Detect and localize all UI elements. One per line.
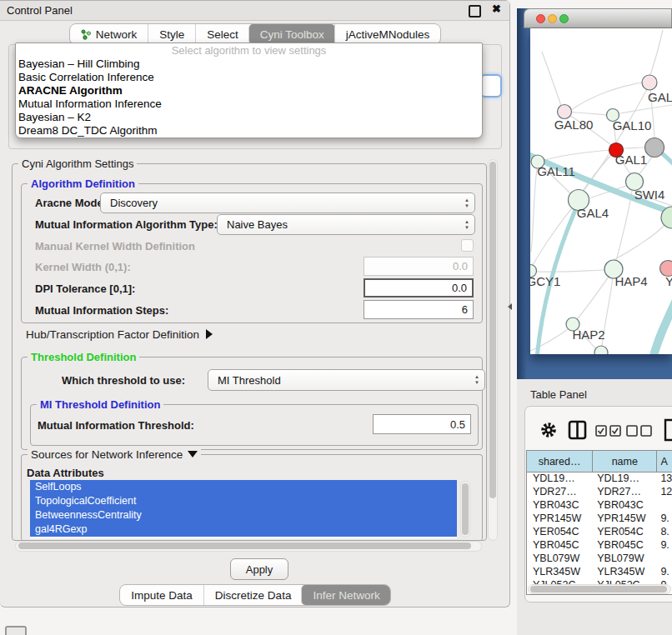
table-row[interactable]: YDL19…YDL19…13: [527, 472, 672, 486]
label-gal10: GAL10: [613, 118, 652, 132]
mac-zoom-button[interactable]: [559, 14, 569, 23]
table-row[interactable]: YBL079WYBL079W: [527, 552, 672, 566]
algorithm-combobox-focused[interactable]: [480, 74, 502, 98]
settings-vertical-scrollbar[interactable]: [488, 159, 498, 541]
which-threshold-combobox[interactable]: MI Threshold ▲▼: [208, 369, 485, 391]
attributes-list-scrollbar[interactable]: [460, 481, 470, 538]
sources-group-title[interactable]: Sources for Network Inference: [28, 448, 201, 461]
table-row[interactable]: YBR045CYBR045C9.: [527, 539, 672, 552]
popup-item-aracne[interactable]: ARACNE Algorithm: [16, 84, 482, 98]
label-gal1: GAL1: [615, 152, 647, 167]
popup-item-mutual-information[interactable]: Mutual Information Inference: [16, 98, 482, 111]
screenshot-stage: Control Panel ✖ Network Style Sel: [0, 0, 672, 635]
cyni-algorithm-settings-group: Cyni Algorithm Settings Algorithm Defini…: [12, 163, 487, 541]
dpi-tolerance-field[interactable]: 0.0: [364, 278, 474, 298]
table-row[interactable]: YER054CYER054C8.: [527, 526, 672, 539]
algorithm-dropdown-popup: Select algorithm to view settings Bayesi…: [15, 42, 483, 138]
table-row[interactable]: YBR043CYBR043C: [527, 499, 672, 512]
new-document-icon[interactable]: [664, 418, 672, 442]
which-threshold-label: Which threshold to use:: [62, 374, 185, 387]
mi-threshold-group: MI Threshold Definition Mutual Informati…: [30, 404, 479, 446]
node-gal2[interactable]: [642, 75, 657, 90]
network-icon: [81, 29, 92, 40]
tab-select[interactable]: Select: [195, 24, 249, 44]
label-gal11: GAL11: [537, 164, 575, 178]
tab-jactivemnodules[interactable]: jActiveMNodules: [334, 24, 441, 44]
column-header-name[interactable]: name: [593, 451, 657, 472]
scrollbar-thumb[interactable]: [530, 586, 667, 592]
popup-item-dream8[interactable]: Dream8 DC_TDC Algorithm: [16, 124, 482, 138]
column-header-cut[interactable]: A: [657, 451, 672, 472]
data-attributes-list: SelfLoops TopologicalCoefficient Between…: [30, 480, 457, 538]
mac-close-button[interactable]: [536, 14, 545, 23]
node-gray[interactable]: [645, 138, 664, 158]
popup-item-bayesian-k2[interactable]: Bayesian – K2: [16, 111, 482, 124]
cyni-settings-group-title: Cyni Algorithm Settings: [18, 158, 137, 170]
kernel-width-field[interactable]: 0.0: [364, 257, 474, 276]
columns-icon[interactable]: [568, 420, 587, 440]
threshold-definition-title: Threshold Definition: [28, 351, 139, 363]
deselect-all-checkboxes-icon[interactable]: [626, 425, 653, 438]
collapse-arrow-icon: [188, 451, 198, 458]
apply-button[interactable]: Apply: [230, 558, 288, 580]
mi-threshold-field[interactable]: 0.5: [373, 414, 471, 434]
data-attributes-label: Data Attributes: [27, 467, 104, 479]
popup-item-basic-correlation[interactable]: Basic Correlation Inference: [16, 71, 482, 84]
tab-cyni-toolbox[interactable]: Cyni Toolbox: [248, 24, 335, 44]
tab-style[interactable]: Style: [148, 24, 195, 44]
close-panel-button[interactable]: ✖: [492, 2, 501, 15]
network-window-titlebar[interactable]: [524, 8, 672, 28]
float-window-button[interactable]: [469, 5, 481, 18]
popup-item-bayesian-hill-climbing[interactable]: Bayesian – Hill Climbing: [16, 58, 482, 71]
combo-spinner-icon: ▲▼: [459, 219, 474, 231]
attribute-item-selfloops[interactable]: SelfLoops: [30, 480, 457, 494]
table-row[interactable]: YLR345WYLR345W9.: [527, 566, 672, 579]
table-row[interactable]: YDR27…YDR27…12: [527, 486, 672, 499]
attribute-item-betweennesscentrality[interactable]: BetweennessCentrality: [30, 508, 457, 522]
node-bottom[interactable]: [594, 346, 608, 354]
scrollbar-thumb[interactable]: [18, 542, 471, 549]
desktop-left-shadow: [517, 8, 527, 379]
control-panel-titlebar[interactable]: Control Panel ✖: [0, 1, 509, 21]
aracne-mode-value: Discovery: [101, 197, 459, 209]
tab-impute-data[interactable]: Impute Data: [120, 585, 203, 605]
hub-definition-toggle[interactable]: Hub/Transcription Factor Definition: [26, 328, 213, 341]
graph-highlight-edges: [530, 153, 672, 354]
table-row[interactable]: YPR145WYPR145W9.: [527, 512, 672, 526]
select-all-checkboxes-icon[interactable]: [595, 425, 622, 438]
manual-kernel-label: Manual Kernel Width Definition: [35, 240, 195, 252]
mi-type-value: Naive Bayes: [218, 218, 459, 231]
minimized-panel-chip[interactable]: [5, 626, 27, 635]
column-header-shared-name[interactable]: shared…: [527, 451, 593, 472]
scrollbar-thumb[interactable]: [489, 162, 496, 498]
mac-minimize-button[interactable]: [548, 14, 557, 23]
splitpane-collapse-arrow[interactable]: [508, 303, 512, 310]
which-threshold-value: MI Threshold: [208, 374, 469, 387]
mi-threshold-label: Mutual Information Threshold:: [38, 419, 194, 432]
threshold-definition-group: Threshold Definition Which threshold to …: [21, 357, 483, 450]
tab-network-label: Network: [96, 28, 138, 41]
tab-infer-network[interactable]: Infer Network: [301, 585, 390, 605]
attribute-item-gal4rgexp[interactable]: gal4RGexp: [30, 522, 457, 537]
algorithm-definition-title: Algorithm Definition: [28, 178, 138, 190]
scrollbar-thumb[interactable]: [462, 483, 469, 535]
label-gcy1: GCY1: [530, 274, 560, 288]
expand-arrow-icon: [206, 329, 213, 339]
aracne-mode-combobox[interactable]: Discovery ▲▼: [100, 192, 475, 213]
manual-kernel-checkbox[interactable]: [461, 239, 474, 252]
node-gal80[interactable]: [558, 105, 572, 119]
kernel-width-label: Kernel Width (0,1):: [35, 261, 131, 273]
tab-discretize-data[interactable]: Discretize Data: [203, 585, 303, 605]
tab-network[interactable]: Network: [70, 24, 148, 44]
mi-steps-field[interactable]: 6: [364, 300, 474, 319]
table-horizontal-scrollbar[interactable]: [528, 584, 671, 594]
mi-threshold-title: MI Threshold Definition: [37, 398, 163, 411]
mi-type-combobox[interactable]: Naive Bayes ▲▼: [217, 214, 475, 235]
combo-spinner-icon: ▲▼: [469, 374, 484, 386]
network-canvas[interactable]: GAL GAL80 GAL10 GAL1 GAL11 SWI4 GAL4 GCY…: [530, 28, 672, 354]
settings-horizontal-scrollbar[interactable]: [15, 541, 482, 552]
attribute-item-topologicalcoefficient[interactable]: TopologicalCoefficient: [30, 494, 457, 508]
control-panel-title: Control Panel: [7, 4, 73, 17]
gear-icon[interactable]: [540, 422, 557, 438]
label-hap4: HAP4: [614, 274, 647, 288]
